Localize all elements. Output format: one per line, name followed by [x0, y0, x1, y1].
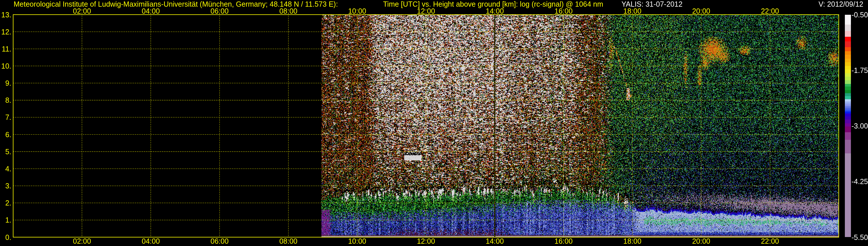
colorbar-band	[845, 93, 851, 96]
x-tick-label-top: 04:00	[142, 7, 160, 15]
x-tick-label-top: 20:00	[692, 7, 710, 15]
x-tick-label-bottom: 08:00	[279, 238, 298, 245]
colorbar-band	[845, 123, 851, 126]
x-tick-label-bottom: 16:00	[555, 238, 573, 245]
y-tick-label: 2.	[5, 199, 11, 207]
colorbar-band	[845, 126, 851, 132]
colorbar-band	[845, 25, 851, 31]
x-tick-label-bottom: 06:00	[211, 238, 229, 245]
colorbar-band	[845, 59, 851, 63]
colorbar-band	[845, 37, 851, 41]
time-height-heatmap-canvas	[0, 0, 868, 246]
y-tick-label: 8.	[5, 97, 11, 104]
x-tick-label-top: 22:00	[761, 7, 779, 15]
x-tick-label-bottom: 12:00	[417, 238, 435, 245]
x-tick-label-bottom: 14:00	[486, 238, 504, 245]
x-tick-label-top: 02:00	[73, 7, 91, 15]
x-tick-label-top: 06:00	[211, 7, 229, 15]
colorbar-band	[845, 51, 851, 55]
x-tick-label-bottom: 10:00	[348, 238, 366, 245]
colorbar-band	[845, 77, 851, 80]
y-tick-label: 6.	[5, 131, 11, 138]
colorbar-band	[845, 96, 851, 99]
x-tick-label-top: 10:00	[348, 7, 366, 15]
colorbar-band	[845, 132, 851, 140]
y-tick-label: 5.	[5, 148, 11, 155]
colorbar-band	[845, 140, 851, 153]
colorbar-band	[845, 62, 851, 66]
colorbar-tick-label: -3.00	[851, 122, 868, 130]
colorbar-band	[845, 116, 851, 120]
colorbar-band	[845, 107, 851, 110]
colorbar-band	[845, 73, 851, 77]
lidar-quicklook-screen: Meteorological Institute of Ludwig-Maxim…	[0, 0, 868, 246]
colorbar-band	[845, 87, 851, 90]
colorbar	[845, 15, 851, 237]
colorbar-band	[845, 15, 851, 25]
x-tick-label-bottom: 18:00	[623, 238, 642, 245]
colorbar-tick-label: -0.50	[851, 11, 868, 18]
x-tick-label-bottom: 04:00	[142, 238, 160, 245]
x-tick-label-bottom: 02:00	[73, 238, 91, 245]
y-tick-label: 0.	[5, 234, 11, 241]
colorbar-band	[845, 112, 851, 114]
y-tick-label: 11.	[2, 45, 11, 52]
colorbar-band	[845, 153, 851, 237]
colorbar-tick-label: -1.75	[851, 67, 868, 74]
colorbar-band	[845, 114, 851, 116]
y-tick-label: 9.	[5, 80, 11, 87]
y-tick-label: 3.	[5, 182, 11, 190]
y-tick-label: 12.	[1, 28, 11, 35]
colorbar-band	[845, 84, 851, 87]
colorbar-band	[845, 31, 851, 37]
y-tick-label: 13.	[1, 11, 11, 18]
y-tick-label: 4.	[5, 165, 11, 172]
colorbar-band	[845, 80, 851, 84]
x-tick-label-bottom: 22:00	[761, 238, 779, 245]
colorbar-tick-label: -4.25	[851, 178, 868, 185]
y-tick-label: 7.	[5, 114, 11, 121]
x-tick-label-top: 12:00	[417, 7, 435, 15]
colorbar-band	[845, 41, 851, 47]
x-tick-label-top: 14:00	[486, 7, 504, 15]
x-tick-label-bottom: 20:00	[692, 238, 710, 245]
colorbar-tick-label: -5.50	[851, 234, 868, 241]
y-tick-label: 1.	[5, 216, 11, 224]
x-tick-label-top: 08:00	[279, 7, 298, 15]
colorbar-band	[845, 69, 851, 73]
x-tick-label-top: 16:00	[555, 7, 573, 15]
colorbar-band	[845, 47, 851, 51]
colorbar-band	[845, 66, 851, 69]
colorbar-band	[845, 55, 851, 58]
version-label: V: 2012/09/12	[818, 1, 863, 8]
y-tick-label: 10.	[1, 62, 11, 69]
x-tick-label-top: 18:00	[623, 7, 642, 15]
colorbar-band	[845, 90, 851, 93]
colorbar-band	[845, 120, 851, 123]
